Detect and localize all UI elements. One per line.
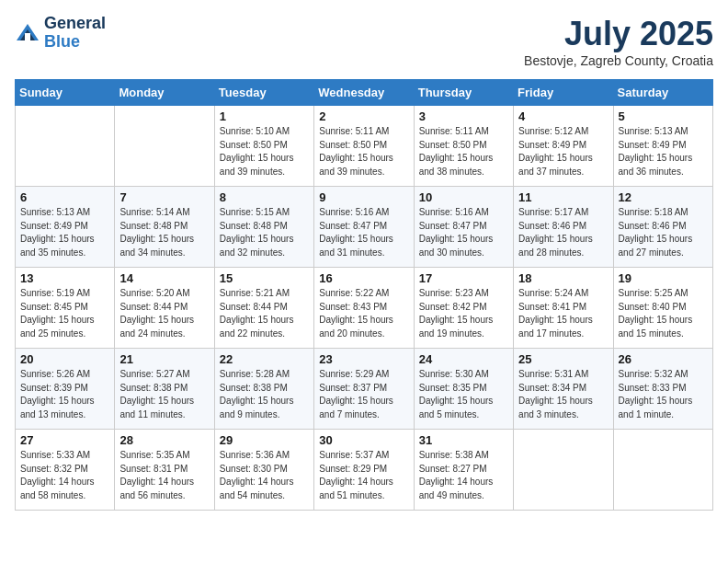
day-number: 31 bbox=[419, 433, 508, 447]
calendar-cell: 11Sunrise: 5:17 AMSunset: 8:46 PMDayligh… bbox=[514, 187, 613, 268]
weekday-header: Saturday bbox=[613, 80, 712, 106]
weekday-header: Monday bbox=[115, 80, 214, 106]
day-info: Sunrise: 5:30 AMSunset: 8:35 PMDaylight:… bbox=[419, 368, 508, 421]
title-block: July 2025 Bestovje, Zagreb County, Croat… bbox=[524, 15, 713, 68]
day-info: Sunrise: 5:19 AMSunset: 8:45 PMDaylight:… bbox=[20, 287, 109, 340]
day-info: Sunrise: 5:14 AMSunset: 8:48 PMDaylight:… bbox=[119, 206, 209, 259]
calendar-cell: 25Sunrise: 5:31 AMSunset: 8:34 PMDayligh… bbox=[514, 349, 613, 430]
calendar-week-row: 13Sunrise: 5:19 AMSunset: 8:45 PMDayligh… bbox=[16, 268, 713, 349]
day-number: 4 bbox=[518, 109, 608, 123]
day-info: Sunrise: 5:13 AMSunset: 8:49 PMDaylight:… bbox=[619, 125, 708, 178]
calendar-cell: 20Sunrise: 5:26 AMSunset: 8:39 PMDayligh… bbox=[16, 349, 115, 430]
calendar-cell: 4Sunrise: 5:12 AMSunset: 8:49 PMDaylight… bbox=[514, 106, 613, 187]
calendar-cell: 28Sunrise: 5:35 AMSunset: 8:31 PMDayligh… bbox=[115, 430, 214, 511]
calendar-cell: 5Sunrise: 5:13 AMSunset: 8:49 PMDaylight… bbox=[613, 106, 712, 187]
day-info: Sunrise: 5:11 AMSunset: 8:50 PMDaylight:… bbox=[419, 125, 508, 178]
day-info: Sunrise: 5:23 AMSunset: 8:42 PMDaylight:… bbox=[419, 287, 508, 340]
day-number: 1 bbox=[220, 109, 309, 123]
day-info: Sunrise: 5:21 AMSunset: 8:44 PMDaylight:… bbox=[220, 287, 309, 340]
day-number: 8 bbox=[220, 190, 309, 204]
day-info: Sunrise: 5:26 AMSunset: 8:39 PMDaylight:… bbox=[20, 368, 109, 421]
logo-text: General Blue bbox=[44, 15, 106, 52]
weekday-header-row: SundayMondayTuesdayWednesdayThursdayFrid… bbox=[16, 80, 713, 106]
day-info: Sunrise: 5:18 AMSunset: 8:46 PMDaylight:… bbox=[619, 206, 708, 259]
logo-blue: Blue bbox=[44, 32, 80, 51]
calendar-cell: 16Sunrise: 5:22 AMSunset: 8:43 PMDayligh… bbox=[314, 268, 414, 349]
day-number: 28 bbox=[119, 433, 209, 447]
day-info: Sunrise: 5:28 AMSunset: 8:38 PMDaylight:… bbox=[220, 368, 309, 421]
day-info: Sunrise: 5:37 AMSunset: 8:29 PMDaylight:… bbox=[319, 449, 408, 502]
calendar-cell: 13Sunrise: 5:19 AMSunset: 8:45 PMDayligh… bbox=[16, 268, 115, 349]
day-number: 19 bbox=[619, 271, 708, 285]
day-number: 14 bbox=[119, 271, 209, 285]
calendar-cell bbox=[613, 430, 712, 511]
day-number: 10 bbox=[419, 190, 508, 204]
day-number: 12 bbox=[619, 190, 708, 204]
calendar-cell: 2Sunrise: 5:11 AMSunset: 8:50 PMDaylight… bbox=[314, 106, 414, 187]
day-info: Sunrise: 5:16 AMSunset: 8:47 PMDaylight:… bbox=[419, 206, 508, 259]
calendar-cell bbox=[115, 106, 214, 187]
day-number: 16 bbox=[319, 271, 408, 285]
day-number: 18 bbox=[518, 271, 608, 285]
day-info: Sunrise: 5:24 AMSunset: 8:41 PMDaylight:… bbox=[518, 287, 608, 340]
page-header: General Blue July 2025 Bestovje, Zagreb … bbox=[15, 15, 713, 68]
day-number: 9 bbox=[319, 190, 408, 204]
day-info: Sunrise: 5:29 AMSunset: 8:37 PMDaylight:… bbox=[319, 368, 408, 421]
day-info: Sunrise: 5:20 AMSunset: 8:44 PMDaylight:… bbox=[119, 287, 209, 340]
day-info: Sunrise: 5:13 AMSunset: 8:49 PMDaylight:… bbox=[20, 206, 109, 259]
calendar-cell: 22Sunrise: 5:28 AMSunset: 8:38 PMDayligh… bbox=[214, 349, 313, 430]
calendar-week-row: 20Sunrise: 5:26 AMSunset: 8:39 PMDayligh… bbox=[16, 349, 713, 430]
calendar-cell: 19Sunrise: 5:25 AMSunset: 8:40 PMDayligh… bbox=[613, 268, 712, 349]
calendar-cell: 29Sunrise: 5:36 AMSunset: 8:30 PMDayligh… bbox=[214, 430, 313, 511]
calendar-cell: 9Sunrise: 5:16 AMSunset: 8:47 PMDaylight… bbox=[314, 187, 414, 268]
calendar-cell: 6Sunrise: 5:13 AMSunset: 8:49 PMDaylight… bbox=[16, 187, 115, 268]
calendar-cell: 30Sunrise: 5:37 AMSunset: 8:29 PMDayligh… bbox=[314, 430, 414, 511]
day-info: Sunrise: 5:38 AMSunset: 8:27 PMDaylight:… bbox=[419, 449, 508, 502]
day-info: Sunrise: 5:11 AMSunset: 8:50 PMDaylight:… bbox=[319, 125, 408, 178]
calendar-cell: 21Sunrise: 5:27 AMSunset: 8:38 PMDayligh… bbox=[115, 349, 214, 430]
day-info: Sunrise: 5:16 AMSunset: 8:47 PMDaylight:… bbox=[319, 206, 408, 259]
calendar-week-row: 27Sunrise: 5:33 AMSunset: 8:32 PMDayligh… bbox=[16, 430, 713, 511]
location: Bestovje, Zagreb County, Croatia bbox=[524, 53, 713, 68]
calendar-cell: 26Sunrise: 5:32 AMSunset: 8:33 PMDayligh… bbox=[613, 349, 712, 430]
calendar-table: SundayMondayTuesdayWednesdayThursdayFrid… bbox=[15, 79, 713, 511]
day-number: 26 bbox=[619, 352, 708, 366]
calendar-cell: 10Sunrise: 5:16 AMSunset: 8:47 PMDayligh… bbox=[414, 187, 513, 268]
day-info: Sunrise: 5:10 AMSunset: 8:50 PMDaylight:… bbox=[220, 125, 309, 178]
calendar-cell: 24Sunrise: 5:30 AMSunset: 8:35 PMDayligh… bbox=[414, 349, 513, 430]
day-number: 21 bbox=[119, 352, 209, 366]
calendar-cell: 18Sunrise: 5:24 AMSunset: 8:41 PMDayligh… bbox=[514, 268, 613, 349]
logo-general: General bbox=[44, 14, 106, 32]
day-number: 22 bbox=[220, 352, 309, 366]
calendar-cell: 3Sunrise: 5:11 AMSunset: 8:50 PMDaylight… bbox=[414, 106, 513, 187]
logo-icon bbox=[15, 20, 40, 46]
calendar-cell: 15Sunrise: 5:21 AMSunset: 8:44 PMDayligh… bbox=[214, 268, 313, 349]
day-info: Sunrise: 5:27 AMSunset: 8:38 PMDaylight:… bbox=[119, 368, 209, 421]
day-info: Sunrise: 5:15 AMSunset: 8:48 PMDaylight:… bbox=[220, 206, 309, 259]
calendar-cell: 12Sunrise: 5:18 AMSunset: 8:46 PMDayligh… bbox=[613, 187, 712, 268]
calendar-cell: 23Sunrise: 5:29 AMSunset: 8:37 PMDayligh… bbox=[314, 349, 414, 430]
day-number: 6 bbox=[20, 190, 109, 204]
calendar-cell: 1Sunrise: 5:10 AMSunset: 8:50 PMDaylight… bbox=[214, 106, 313, 187]
calendar-cell bbox=[514, 430, 613, 511]
day-number: 17 bbox=[419, 271, 508, 285]
day-number: 25 bbox=[518, 352, 608, 366]
day-info: Sunrise: 5:32 AMSunset: 8:33 PMDaylight:… bbox=[619, 368, 708, 421]
day-number: 13 bbox=[20, 271, 109, 285]
calendar-week-row: 1Sunrise: 5:10 AMSunset: 8:50 PMDaylight… bbox=[16, 106, 713, 187]
day-info: Sunrise: 5:17 AMSunset: 8:46 PMDaylight:… bbox=[518, 206, 608, 259]
day-number: 30 bbox=[319, 433, 408, 447]
day-number: 20 bbox=[20, 352, 109, 366]
calendar-cell: 14Sunrise: 5:20 AMSunset: 8:44 PMDayligh… bbox=[115, 268, 214, 349]
day-number: 15 bbox=[220, 271, 309, 285]
logo: General Blue bbox=[15, 15, 106, 52]
day-number: 23 bbox=[319, 352, 408, 366]
calendar-cell: 8Sunrise: 5:15 AMSunset: 8:48 PMDaylight… bbox=[214, 187, 313, 268]
day-number: 5 bbox=[619, 109, 708, 123]
day-info: Sunrise: 5:33 AMSunset: 8:32 PMDaylight:… bbox=[20, 449, 109, 502]
svg-rect-2 bbox=[25, 33, 30, 40]
month-title: July 2025 bbox=[524, 15, 713, 53]
calendar-cell: 27Sunrise: 5:33 AMSunset: 8:32 PMDayligh… bbox=[16, 430, 115, 511]
day-number: 24 bbox=[419, 352, 508, 366]
weekday-header: Thursday bbox=[414, 80, 513, 106]
